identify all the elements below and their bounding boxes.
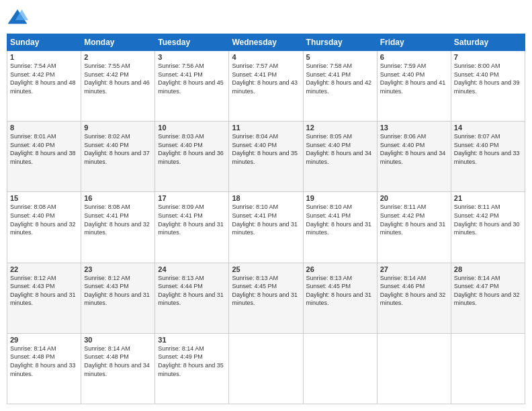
calendar-cell: 8Sunrise: 8:01 AMSunset: 4:40 PMDaylight…: [7, 122, 81, 192]
day-info: Sunrise: 8:13 AMSunset: 4:44 PMDaylight:…: [158, 275, 224, 307]
day-number: 23: [84, 265, 152, 273]
day-number: 30: [84, 336, 152, 344]
weekday-header: Tuesday: [155, 34, 229, 51]
day-info: Sunrise: 8:14 AMSunset: 4:48 PMDaylight:…: [84, 345, 150, 377]
day-number: 4: [232, 53, 300, 61]
day-info: Sunrise: 8:04 AMSunset: 4:40 PMDaylight:…: [232, 133, 298, 165]
day-number: 16: [84, 194, 152, 202]
day-info: Sunrise: 8:08 AMSunset: 4:41 PMDaylight:…: [84, 203, 150, 236]
day-number: 18: [232, 194, 300, 202]
day-info: Sunrise: 8:01 AMSunset: 4:40 PMDaylight:…: [10, 133, 76, 165]
header: [7, 7, 525, 28]
calendar-week-row: 8Sunrise: 8:01 AMSunset: 4:40 PMDaylight…: [7, 122, 525, 192]
day-info: Sunrise: 7:57 AMSunset: 4:41 PMDaylight:…: [232, 62, 298, 95]
day-number: 13: [380, 124, 448, 132]
calendar-cell: [229, 333, 303, 404]
day-number: 27: [380, 265, 448, 273]
day-number: 8: [10, 124, 78, 132]
day-number: 2: [84, 53, 152, 61]
calendar-cell: 9Sunrise: 8:02 AMSunset: 4:40 PMDaylight…: [81, 122, 155, 192]
day-number: 19: [306, 194, 374, 202]
calendar-table: SundayMondayTuesdayWednesdayThursdayFrid…: [7, 34, 525, 404]
day-info: Sunrise: 8:07 AMSunset: 4:40 PMDaylight:…: [454, 133, 520, 165]
day-number: 25: [232, 265, 300, 273]
day-info: Sunrise: 8:12 AMSunset: 4:43 PMDaylight:…: [84, 275, 150, 307]
calendar-cell: 4Sunrise: 7:57 AMSunset: 4:41 PMDaylight…: [229, 51, 303, 122]
day-info: Sunrise: 7:58 AMSunset: 4:41 PMDaylight:…: [306, 62, 372, 95]
calendar-header-row: SundayMondayTuesdayWednesdayThursdayFrid…: [7, 34, 525, 51]
day-info: Sunrise: 8:14 AMSunset: 4:46 PMDaylight:…: [380, 275, 446, 307]
day-number: 22: [10, 265, 78, 273]
calendar-cell: 6Sunrise: 7:59 AMSunset: 4:40 PMDaylight…: [377, 51, 451, 122]
day-info: Sunrise: 8:14 AMSunset: 4:48 PMDaylight:…: [10, 345, 76, 377]
calendar-week-row: 22Sunrise: 8:12 AMSunset: 4:43 PMDayligh…: [7, 263, 525, 333]
calendar-cell: 16Sunrise: 8:08 AMSunset: 4:41 PMDayligh…: [81, 192, 155, 263]
day-info: Sunrise: 8:14 AMSunset: 4:47 PMDaylight:…: [454, 275, 520, 307]
day-number: 20: [380, 194, 448, 202]
calendar-cell: 18Sunrise: 8:10 AMSunset: 4:41 PMDayligh…: [229, 192, 303, 263]
day-number: 3: [158, 53, 226, 61]
page: SundayMondayTuesdayWednesdayThursdayFrid…: [0, 0, 532, 411]
day-number: 31: [158, 336, 226, 344]
day-info: Sunrise: 8:13 AMSunset: 4:45 PMDaylight:…: [232, 275, 298, 307]
calendar-cell: 13Sunrise: 8:06 AMSunset: 4:40 PMDayligh…: [377, 122, 451, 192]
calendar-cell: 5Sunrise: 7:58 AMSunset: 4:41 PMDaylight…: [303, 51, 377, 122]
calendar-cell: 17Sunrise: 8:09 AMSunset: 4:41 PMDayligh…: [155, 192, 229, 263]
day-number: 15: [10, 194, 78, 202]
logo: [7, 7, 31, 28]
calendar-cell: [377, 333, 451, 404]
calendar-cell: 25Sunrise: 8:13 AMSunset: 4:45 PMDayligh…: [229, 263, 303, 333]
day-info: Sunrise: 7:56 AMSunset: 4:41 PMDaylight:…: [158, 62, 224, 95]
day-number: 10: [158, 124, 226, 132]
calendar-cell: 21Sunrise: 8:11 AMSunset: 4:42 PMDayligh…: [451, 192, 525, 263]
day-info: Sunrise: 8:12 AMSunset: 4:43 PMDaylight:…: [10, 275, 76, 307]
day-number: 5: [306, 53, 374, 61]
calendar-cell: 12Sunrise: 8:05 AMSunset: 4:40 PMDayligh…: [303, 122, 377, 192]
calendar-cell: 19Sunrise: 8:10 AMSunset: 4:41 PMDayligh…: [303, 192, 377, 263]
day-info: Sunrise: 8:11 AMSunset: 4:42 PMDaylight:…: [380, 203, 446, 236]
day-info: Sunrise: 8:13 AMSunset: 4:45 PMDaylight:…: [306, 275, 372, 307]
day-number: 17: [158, 194, 226, 202]
day-number: 21: [454, 194, 522, 202]
calendar-cell: 28Sunrise: 8:14 AMSunset: 4:47 PMDayligh…: [451, 263, 525, 333]
day-info: Sunrise: 8:02 AMSunset: 4:40 PMDaylight:…: [84, 133, 150, 165]
calendar-cell: 1Sunrise: 7:54 AMSunset: 4:42 PMDaylight…: [7, 51, 81, 122]
day-info: Sunrise: 7:54 AMSunset: 4:42 PMDaylight:…: [10, 62, 76, 95]
day-number: 1: [10, 53, 78, 61]
calendar-cell: 22Sunrise: 8:12 AMSunset: 4:43 PMDayligh…: [7, 263, 81, 333]
calendar-cell: 26Sunrise: 8:13 AMSunset: 4:45 PMDayligh…: [303, 263, 377, 333]
day-number: 9: [84, 124, 152, 132]
calendar-cell: 20Sunrise: 8:11 AMSunset: 4:42 PMDayligh…: [377, 192, 451, 263]
day-number: 11: [232, 124, 300, 132]
day-info: Sunrise: 7:59 AMSunset: 4:40 PMDaylight:…: [380, 62, 446, 95]
day-number: 14: [454, 124, 522, 132]
day-info: Sunrise: 8:10 AMSunset: 4:41 PMDaylight:…: [232, 203, 298, 236]
day-number: 6: [380, 53, 448, 61]
day-info: Sunrise: 8:06 AMSunset: 4:40 PMDaylight:…: [380, 133, 446, 165]
weekday-header: Saturday: [451, 34, 525, 51]
weekday-header: Thursday: [303, 34, 377, 51]
day-info: Sunrise: 8:08 AMSunset: 4:40 PMDaylight:…: [10, 203, 76, 236]
day-number: 26: [306, 265, 374, 273]
day-info: Sunrise: 7:55 AMSunset: 4:42 PMDaylight:…: [84, 62, 150, 95]
calendar-week-row: 29Sunrise: 8:14 AMSunset: 4:48 PMDayligh…: [7, 333, 525, 404]
calendar-cell: 24Sunrise: 8:13 AMSunset: 4:44 PMDayligh…: [155, 263, 229, 333]
calendar-cell: 31Sunrise: 8:14 AMSunset: 4:49 PMDayligh…: [155, 333, 229, 404]
day-number: 24: [158, 265, 226, 273]
day-number: 7: [454, 53, 522, 61]
day-info: Sunrise: 8:00 AMSunset: 4:40 PMDaylight:…: [454, 62, 520, 95]
calendar-cell: 29Sunrise: 8:14 AMSunset: 4:48 PMDayligh…: [7, 333, 81, 404]
day-number: 12: [306, 124, 374, 132]
calendar-week-row: 15Sunrise: 8:08 AMSunset: 4:40 PMDayligh…: [7, 192, 525, 263]
day-info: Sunrise: 8:11 AMSunset: 4:42 PMDaylight:…: [454, 203, 520, 236]
weekday-header: Friday: [377, 34, 451, 51]
day-number: 29: [10, 336, 78, 344]
calendar-cell: 14Sunrise: 8:07 AMSunset: 4:40 PMDayligh…: [451, 122, 525, 192]
calendar-cell: [303, 333, 377, 404]
weekday-header: Wednesday: [229, 34, 303, 51]
calendar-cell: 15Sunrise: 8:08 AMSunset: 4:40 PMDayligh…: [7, 192, 81, 263]
day-info: Sunrise: 8:14 AMSunset: 4:49 PMDaylight:…: [158, 345, 224, 377]
calendar-cell: [451, 333, 525, 404]
calendar-cell: 23Sunrise: 8:12 AMSunset: 4:43 PMDayligh…: [81, 263, 155, 333]
calendar-body: 1Sunrise: 7:54 AMSunset: 4:42 PMDaylight…: [7, 51, 525, 404]
